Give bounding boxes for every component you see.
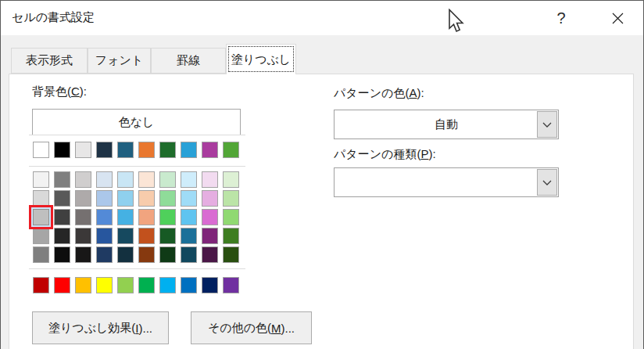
color-swatch[interactable] xyxy=(75,171,91,188)
color-swatch[interactable] xyxy=(138,142,155,158)
color-swatch[interactable] xyxy=(33,190,49,207)
color-swatch[interactable] xyxy=(96,171,113,188)
color-swatch[interactable] xyxy=(75,190,91,207)
close-icon[interactable] xyxy=(604,5,631,31)
pattern-type-value xyxy=(335,168,558,196)
color-swatch[interactable] xyxy=(202,209,218,225)
color-swatch[interactable] xyxy=(96,142,113,158)
color-swatch[interactable] xyxy=(181,171,197,188)
color-swatch[interactable] xyxy=(54,277,70,293)
color-swatch[interactable] xyxy=(202,171,218,188)
color-swatch[interactable] xyxy=(75,277,91,293)
color-swatch[interactable] xyxy=(159,190,176,207)
color-swatch[interactable] xyxy=(75,142,91,158)
background-color-label: 背景色(C): xyxy=(32,85,87,99)
color-swatch[interactable] xyxy=(75,246,91,263)
palette-separator xyxy=(29,166,245,167)
color-swatch[interactable] xyxy=(159,142,176,158)
color-swatch[interactable] xyxy=(117,190,134,207)
dialog-title: セルの書式設定 xyxy=(12,10,95,25)
chevron-down-icon[interactable] xyxy=(537,111,557,138)
pattern-type-dropdown[interactable] xyxy=(334,167,559,197)
color-swatch[interactable] xyxy=(96,277,113,293)
chevron-down-icon[interactable] xyxy=(537,169,557,196)
color-swatch[interactable] xyxy=(181,209,197,225)
color-swatch[interactable] xyxy=(33,171,49,188)
color-swatch[interactable] xyxy=(138,277,155,293)
color-swatch[interactable] xyxy=(54,209,70,225)
pattern-type-label: パターンの種類(P): xyxy=(334,147,436,162)
color-swatch-selected[interactable] xyxy=(33,209,49,225)
color-swatch[interactable] xyxy=(33,228,49,244)
color-swatch[interactable] xyxy=(181,246,197,263)
color-swatch[interactable] xyxy=(75,209,91,225)
color-swatch[interactable] xyxy=(159,246,176,263)
color-swatch[interactable] xyxy=(96,228,113,244)
theme-color-row xyxy=(33,142,239,158)
no-color-button[interactable]: 色なし xyxy=(32,109,241,135)
color-swatch[interactable] xyxy=(54,142,70,158)
color-swatch[interactable] xyxy=(117,246,134,263)
title-bar: セルの書式設定 ? xyxy=(1,1,643,35)
pattern-color-label: パターンの色(A): xyxy=(334,86,424,101)
color-swatch[interactable] xyxy=(138,190,155,207)
color-swatch[interactable] xyxy=(54,190,70,207)
palette-separator xyxy=(29,268,245,269)
tab-number-format[interactable]: 表示形式 xyxy=(11,48,88,74)
tab-fill[interactable]: 塗りつぶし xyxy=(226,44,296,74)
color-swatch[interactable] xyxy=(33,142,49,158)
color-swatch[interactable] xyxy=(159,171,176,188)
fill-effects-button[interactable]: 塗りつぶし効果(I)... xyxy=(32,311,169,344)
color-swatch[interactable] xyxy=(202,246,218,263)
more-colors-button[interactable]: その他の色(M)... xyxy=(191,311,312,344)
standard-color-row xyxy=(33,277,239,293)
color-swatch[interactable] xyxy=(202,190,218,207)
tab-font[interactable]: フォント xyxy=(88,48,151,74)
color-swatch[interactable] xyxy=(33,277,49,293)
color-swatch[interactable] xyxy=(117,209,134,225)
color-swatch[interactable] xyxy=(202,277,218,293)
color-swatch[interactable] xyxy=(33,246,49,263)
color-swatch[interactable] xyxy=(159,228,176,244)
color-swatch[interactable] xyxy=(223,277,239,293)
color-swatch[interactable] xyxy=(159,209,176,225)
tab-border[interactable]: 罫線 xyxy=(151,48,226,74)
color-swatch[interactable] xyxy=(96,246,113,263)
color-swatch[interactable] xyxy=(202,228,218,244)
pattern-color-dropdown[interactable]: 自動 xyxy=(334,110,559,139)
color-swatch[interactable] xyxy=(223,190,239,207)
palette-separator xyxy=(29,135,245,135)
color-swatch[interactable] xyxy=(54,171,70,188)
color-swatch[interactable] xyxy=(138,228,155,244)
color-swatch[interactable] xyxy=(181,228,197,244)
color-swatch[interactable] xyxy=(181,277,197,293)
color-swatch[interactable] xyxy=(96,190,113,207)
color-swatch[interactable] xyxy=(117,277,134,293)
color-swatch[interactable] xyxy=(117,142,134,158)
color-swatch[interactable] xyxy=(75,228,91,244)
color-swatch[interactable] xyxy=(223,246,239,263)
color-swatch[interactable] xyxy=(54,228,70,244)
color-swatch[interactable] xyxy=(117,228,134,244)
mouse-cursor-icon xyxy=(446,9,465,36)
color-swatch[interactable] xyxy=(223,142,239,158)
help-icon[interactable]: ? xyxy=(548,5,574,31)
color-swatch[interactable] xyxy=(202,142,218,158)
color-swatch[interactable] xyxy=(223,209,239,225)
pattern-color-value: 自動 xyxy=(335,110,558,139)
color-swatch[interactable] xyxy=(159,277,176,293)
format-cells-dialog: セルの書式設定 ? 表示形式 フォント 罫線 塗りつぶし 背景色(C): 色なし… xyxy=(0,0,644,349)
color-swatch[interactable] xyxy=(181,142,197,158)
tint-shade-grid xyxy=(33,171,239,263)
color-swatch[interactable] xyxy=(138,246,155,263)
color-swatch[interactable] xyxy=(96,209,113,225)
color-swatch[interactable] xyxy=(117,171,134,188)
color-swatch[interactable] xyxy=(138,171,155,188)
color-swatch[interactable] xyxy=(223,228,239,244)
color-swatch[interactable] xyxy=(181,190,197,207)
color-swatch[interactable] xyxy=(223,171,239,188)
color-swatch[interactable] xyxy=(138,209,155,225)
color-swatch[interactable] xyxy=(54,246,70,263)
